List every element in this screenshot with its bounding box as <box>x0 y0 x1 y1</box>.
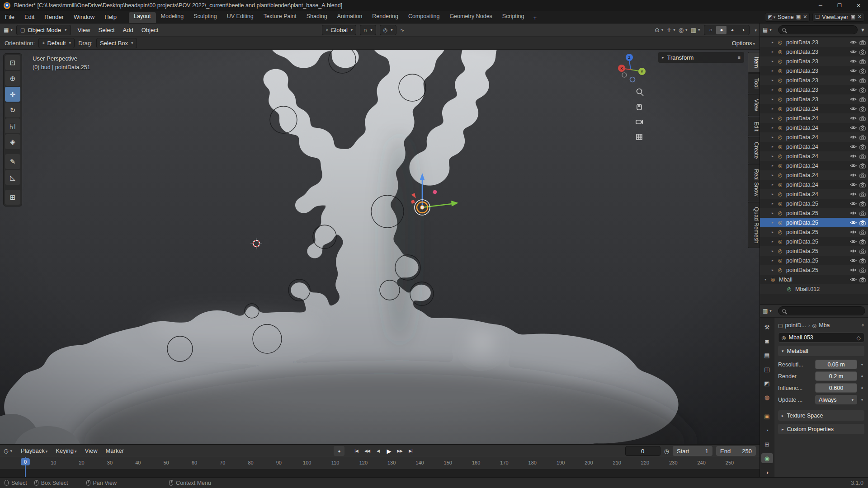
timeline-menu-item[interactable]: Playback <box>17 447 52 454</box>
object-name[interactable]: pointData.24 <box>786 125 818 131</box>
jump-to-start-button[interactable]: |◀ <box>351 446 362 456</box>
object-name[interactable]: Mball.012 <box>795 286 820 292</box>
outliner-row[interactable]: pointData.24 <box>760 170 868 180</box>
viewlayer-selector[interactable]: ❏ ViewLayer ▣ ✕ <box>812 13 864 22</box>
workspace-tab[interactable]: Scripting <box>497 12 529 23</box>
outliner-row[interactable]: pointData.23 <box>760 85 868 94</box>
datablock-name[interactable]: Mball.053 <box>789 334 813 341</box>
sidebar-tab[interactable]: Quad Remesh <box>748 202 760 249</box>
outliner-row[interactable]: pointData.25 <box>760 265 868 275</box>
expand-arrow-icon[interactable] <box>772 97 778 101</box>
shading-dropdown-icon[interactable] <box>754 27 757 33</box>
shading-rendered-button[interactable]: ◑ <box>738 26 748 34</box>
pin-icon[interactable]: ⌖ <box>861 322 864 329</box>
render-camera-icon[interactable] <box>859 78 866 83</box>
expand-arrow-icon[interactable] <box>772 135 778 139</box>
minimize-button[interactable]: ─ <box>811 0 830 11</box>
render-camera-icon[interactable] <box>859 267 866 273</box>
jump-to-end-button[interactable]: ▶| <box>405 446 416 456</box>
object-name[interactable]: pointData.25 <box>786 267 818 273</box>
property-value-field[interactable]: Always <box>815 395 857 404</box>
visibility-eye-icon[interactable] <box>850 201 857 206</box>
shading-solid-button[interactable]: ● <box>716 26 726 34</box>
visibility-eye-icon[interactable] <box>850 87 857 92</box>
outliner-row[interactable]: pointData.24 <box>760 113 868 123</box>
stopwatch-icon[interactable]: ◷ <box>664 448 669 455</box>
expand-arrow-icon[interactable] <box>772 69 778 73</box>
outliner-row[interactable]: pointData.25 <box>760 218 868 227</box>
panel-expand-icon[interactable]: ▸ <box>662 55 664 60</box>
outliner-row[interactable]: pointData.24 <box>760 132 868 142</box>
visibility-eye-icon[interactable] <box>850 230 857 235</box>
expand-arrow-icon[interactable] <box>772 258 778 263</box>
object-name[interactable]: pointData.25 <box>786 220 818 226</box>
shading-material-button[interactable]: ◕ <box>727 26 737 34</box>
outliner-row[interactable]: pointData.24 <box>760 180 868 189</box>
render-camera-icon[interactable] <box>859 258 866 263</box>
viewport-menu-item[interactable]: Select <box>94 27 118 33</box>
expand-arrow-icon[interactable] <box>772 116 778 120</box>
constraints-tab[interactable]: ⊞ <box>761 439 773 449</box>
prev-keyframe-button[interactable]: ◀◀ <box>362 446 373 456</box>
scene-tab[interactable]: ◩ <box>761 378 773 388</box>
render-camera-icon[interactable] <box>859 59 866 64</box>
workspace-tab[interactable]: Modeling <box>156 12 189 23</box>
breadcrumb-object[interactable]: pointD... <box>785 322 806 328</box>
render-camera-icon[interactable] <box>859 211 866 216</box>
animate-dot-icon[interactable]: ● <box>860 362 864 366</box>
render-camera-icon[interactable] <box>859 97 866 102</box>
outliner-row[interactable]: pointData.24 <box>760 123 868 132</box>
object-tab[interactable]: ▣ <box>761 411 773 421</box>
workspace-tab[interactable]: Sculpting <box>189 12 222 23</box>
options-dropdown[interactable]: Options <box>732 40 755 47</box>
collapsed-panel-header[interactable]: ▸ Custom Properties <box>778 424 864 434</box>
animate-dot-icon[interactable]: ● <box>860 398 864 402</box>
expand-arrow-icon[interactable] <box>772 88 778 92</box>
object-name[interactable]: pointData.24 <box>786 106 818 112</box>
expand-arrow-icon[interactable] <box>772 173 778 177</box>
timeline-menu-item[interactable]: View <box>81 447 102 454</box>
timeline-menu-item[interactable]: Keying <box>52 447 80 454</box>
toggle-xray-button[interactable]: ▥ <box>691 27 700 33</box>
object-name[interactable]: pointData.24 <box>786 153 818 160</box>
visibility-eye-icon[interactable] <box>850 267 857 272</box>
render-camera-icon[interactable] <box>859 125 866 131</box>
new-viewlayer-icon[interactable]: ▣ <box>850 14 855 20</box>
workspace-tab[interactable]: Rendering <box>367 12 403 23</box>
outliner-row[interactable]: pointData.23 <box>760 66 868 75</box>
viewlayer-name[interactable]: ViewLayer <box>822 14 848 20</box>
visibility-eye-icon[interactable] <box>850 135 857 140</box>
object-name[interactable]: pointData.24 <box>786 144 818 150</box>
proportional-editing-toggle[interactable]: ◎ <box>380 25 396 35</box>
object-name[interactable]: pointData.23 <box>786 87 818 93</box>
sidebar-tab[interactable]: Edit <box>748 117 760 136</box>
tool-move[interactable]: ✛ <box>5 87 20 102</box>
object-data-tab[interactable]: ◉ <box>761 453 773 463</box>
visibility-eye-icon[interactable] <box>850 258 857 263</box>
scene-icon[interactable]: ◩ <box>768 14 775 20</box>
scene-name[interactable]: Scene <box>778 14 793 20</box>
view-layer-tab[interactable]: ◫ <box>761 364 773 374</box>
visibility-eye-icon[interactable] <box>850 125 857 130</box>
close-button[interactable]: ✕ <box>849 0 868 11</box>
visibility-eye-icon[interactable] <box>850 239 857 244</box>
next-keyframe-button[interactable]: ▶▶ <box>394 446 405 456</box>
app-menu-item[interactable]: Help <box>99 14 122 20</box>
sidebar-tab[interactable]: Real Snow <box>748 164 760 201</box>
object-name[interactable]: pointData.25 <box>786 248 818 254</box>
outliner-row[interactable]: pointData.24 <box>760 161 868 170</box>
blender-logo-icon[interactable] <box>4 2 10 9</box>
scene-selector[interactable]: ◩ Scene ▣ ✕ <box>765 13 810 22</box>
play-button[interactable]: ▶ <box>383 446 394 456</box>
outliner-row[interactable]: pointData.25 <box>760 208 868 218</box>
workspace-tab[interactable]: Animation <box>332 12 368 23</box>
render-camera-icon[interactable] <box>859 277 866 282</box>
render-camera-icon[interactable] <box>859 173 866 178</box>
timeline-menu-item[interactable]: Marker <box>102 447 128 454</box>
workspace-tab[interactable]: Compositing <box>403 12 444 23</box>
filter-icon[interactable]: ▼ <box>860 27 865 33</box>
visibility-eye-icon[interactable] <box>850 106 857 111</box>
render-camera-icon[interactable] <box>859 40 866 45</box>
object-name[interactable]: pointData.23 <box>786 39 818 46</box>
outliner-row[interactable]: pointData.23 <box>760 38 868 47</box>
